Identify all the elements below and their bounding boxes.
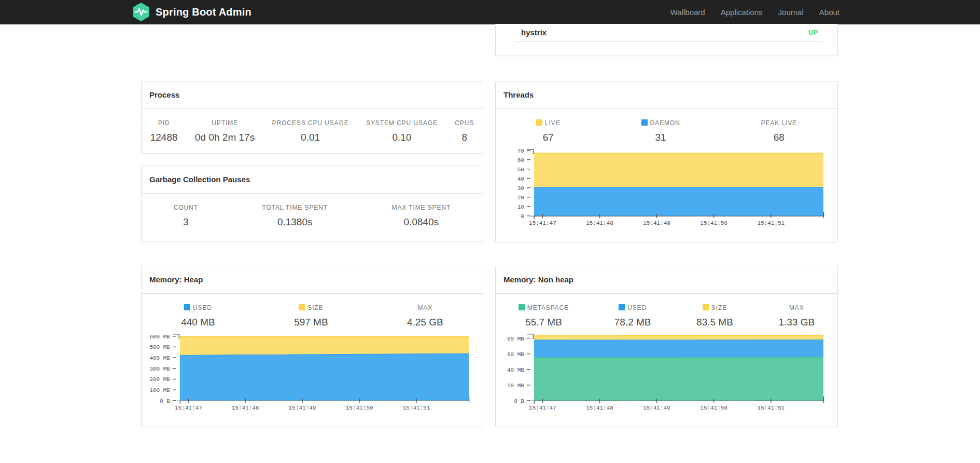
stat-max-time-spent: MAX TIME SPENT 0.0840s (392, 204, 451, 228)
stat-size: SIZE 83.5 MB (696, 304, 733, 329)
spring-boot-admin-logo-icon (131, 2, 151, 22)
row-divider (514, 41, 823, 42)
nav-item-wallboard[interactable]: Wallboard (670, 8, 705, 17)
svg-text:500 MB: 500 MB (149, 344, 170, 350)
stat-live: LIVE 67 (536, 119, 561, 144)
stat-count: COUNT 3 (174, 204, 198, 228)
svg-text:15:41:49: 15:41:49 (289, 405, 316, 411)
nav-item-about[interactable]: About (819, 8, 839, 17)
gc-pauses-panel: Garbage Collection Pauses COUNT 3 TOTAL … (141, 166, 483, 241)
stat-peak-live: PEAK LIVE 68 (761, 119, 797, 144)
svg-text:15:41:48: 15:41:48 (232, 405, 259, 411)
nav-links: Wallboard Applications Journal About (670, 0, 839, 24)
navbar: Spring Boot Admin Wallboard Applications… (0, 0, 980, 24)
svg-text:400 MB: 400 MB (149, 355, 170, 361)
svg-text:10: 10 (517, 204, 524, 210)
stat-metaspace: METASPACE 55.7 MB (519, 304, 569, 329)
stat-pid: PID 12488 (150, 119, 178, 144)
svg-text:80 MB: 80 MB (507, 336, 524, 342)
memory-heap-panel: Memory: Heap USED 440 MB SIZE 597 MB MAX… (141, 266, 483, 427)
status-badge: UP (808, 29, 818, 36)
stat-total-time-spent: TOTAL TIME SPENT 0.1380s (262, 204, 328, 228)
size-swatch-icon (299, 304, 305, 310)
process-panel: Process PID 12488 UPTIME 0d 0h 2m 17s PR… (141, 81, 483, 154)
svg-text:15:41:49: 15:41:49 (643, 220, 670, 226)
threads-stats: LIVE 67 DAEMON 31 PEAK LIVE 68 (496, 119, 837, 144)
threads-panel: Threads LIVE 67 DAEMON 31 PEAK LIVE 68 0… (495, 81, 838, 242)
svg-text:300 MB: 300 MB (149, 366, 170, 372)
svg-text:15:41:48: 15:41:48 (586, 220, 613, 226)
svg-text:15:41:49: 15:41:49 (643, 405, 670, 411)
memory-nonheap-panel: Memory: Non heap METASPACE 55.7 MB USED … (495, 266, 838, 427)
brand[interactable]: Spring Boot Admin (131, 0, 251, 24)
svg-text:60: 60 (517, 157, 524, 164)
used-swatch-icon (184, 304, 190, 310)
process-stats: PID 12488 UPTIME 0d 0h 2m 17s PROCESS CP… (142, 119, 483, 144)
svg-text:30: 30 (517, 185, 524, 192)
nav-item-applications[interactable]: Applications (721, 8, 763, 17)
heap-stats: USED 440 MB SIZE 597 MB MAX 4.25 GB (142, 304, 483, 329)
svg-text:50: 50 (517, 167, 524, 173)
size-swatch-icon (703, 304, 709, 310)
panel-title: Memory: Non heap (496, 266, 837, 294)
svg-text:100 MB: 100 MB (149, 387, 170, 393)
panel-title: Process (142, 81, 483, 109)
panel-title: Garbage Collection Pauses (142, 166, 483, 194)
stat-process-cpu-usage: PROCESS CPU USAGE 0.01 (272, 119, 349, 144)
stat-system-cpu-usage: SYSTEM CPU USAGE 0.10 (366, 119, 438, 144)
panel-title: Threads (496, 81, 837, 109)
live-swatch-icon (536, 119, 542, 126)
used-swatch-icon (619, 304, 625, 310)
application-row-hystrix[interactable]: hystrix UP (514, 24, 823, 41)
stat-daemon: DAEMON 31 (641, 119, 680, 144)
svg-text:15:41:48: 15:41:48 (586, 405, 613, 411)
svg-text:15:41:47: 15:41:47 (529, 405, 556, 411)
stat-cpus: CPUS 8 (455, 119, 474, 144)
svg-text:0 B: 0 B (160, 398, 170, 404)
stat-max: MAX 4.25 GB (407, 304, 443, 329)
svg-text:600 MB: 600 MB (149, 334, 170, 340)
metaspace-swatch-icon (519, 304, 525, 310)
svg-text:15:41:47: 15:41:47 (175, 405, 202, 411)
brand-title: Spring Boot Admin (156, 6, 251, 18)
svg-text:15:41:50: 15:41:50 (700, 220, 727, 226)
gc-stats: COUNT 3 TOTAL TIME SPENT 0.1380s MAX TIM… (142, 204, 483, 228)
nav-item-journal[interactable]: Journal (778, 8, 804, 17)
stat-used: USED 78.2 MB (614, 304, 651, 329)
memory-heap-chart: 0 B100 MB200 MB300 MB400 MB500 MB600 MB1… (142, 332, 483, 415)
threads-chart: 01020304050607015:41:4715:41:4815:41:491… (496, 147, 837, 230)
memory-nonheap-chart: 0 B20 MB40 MB60 MB80 MB15:41:4715:41:481… (496, 332, 837, 415)
svg-text:15:41:51: 15:41:51 (757, 220, 785, 226)
svg-text:70: 70 (517, 148, 524, 154)
svg-text:15:41:51: 15:41:51 (757, 405, 785, 411)
application-name: hystrix (521, 28, 547, 37)
svg-text:15:41:51: 15:41:51 (403, 405, 430, 411)
svg-text:0: 0 (521, 213, 524, 220)
svg-text:0 B: 0 B (514, 398, 524, 404)
svg-text:200 MB: 200 MB (149, 376, 170, 383)
svg-text:40: 40 (517, 176, 524, 182)
daemon-swatch-icon (641, 119, 648, 126)
stat-used: USED 440 MB (181, 304, 215, 329)
panel-title: Memory: Heap (142, 266, 483, 294)
svg-text:15:41:47: 15:41:47 (529, 220, 556, 226)
page: Spring Boot Admin Wallboard Applications… (0, 0, 980, 463)
applications-panel: hystrix UP (495, 24, 838, 56)
stat-max: MAX 1.33 GB (778, 304, 815, 329)
nonheap-stats: METASPACE 55.7 MB USED 78.2 MB SIZE 83.5… (496, 304, 837, 329)
svg-text:20: 20 (517, 195, 524, 201)
svg-text:60 MB: 60 MB (507, 351, 524, 358)
svg-text:40 MB: 40 MB (507, 367, 524, 373)
svg-text:15:41:50: 15:41:50 (346, 405, 373, 411)
svg-text:20 MB: 20 MB (507, 383, 524, 389)
stat-size: SIZE 597 MB (294, 304, 328, 329)
svg-text:15:41:50: 15:41:50 (700, 405, 727, 411)
stat-uptime: UPTIME 0d 0h 2m 17s (195, 119, 255, 144)
